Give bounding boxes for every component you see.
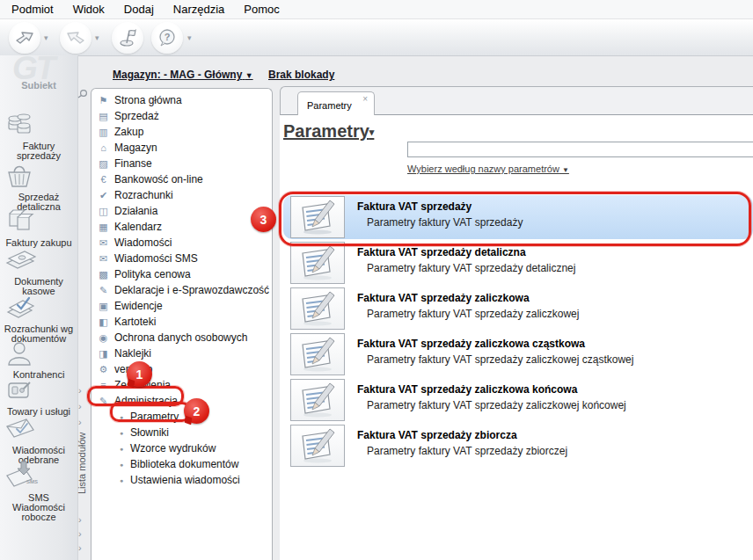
- tree-item-parametry[interactable]: ●Parametry: [91, 409, 272, 425]
- parameter-item-faktura-vat-sprzedazy-zaliczkowa[interactable]: Faktura VAT sprzedaży zaliczkowa Paramet…: [290, 287, 753, 331]
- warehouse-icon: ⌂: [97, 142, 110, 153]
- sales-invoices-icon: [0, 110, 77, 142]
- tree-item-dzialania[interactable]: ◫Działania: [91, 203, 272, 219]
- parameter-subtitle: Parametry faktury VAT sprzedaży zaliczko…: [367, 399, 626, 411]
- parameter-search-input[interactable]: [407, 142, 753, 157]
- tree-item-deklaracje[interactable]: ✎Deklaracje i e-Sprawozdawczość: [91, 282, 272, 298]
- help-dropdown-caret[interactable]: ▾: [187, 33, 192, 42]
- parameter-document-icon: [290, 333, 345, 375]
- chevron-right-icon[interactable]: ›: [78, 401, 82, 411]
- goods-and-services-icon: [0, 375, 77, 407]
- tree-item-wiadomosci-sms[interactable]: ✉Wiadomości SMS: [91, 251, 272, 266]
- menu-pomoc[interactable]: Pomoc: [234, 1, 289, 18]
- tree-item-label: Słowniki: [130, 426, 169, 439]
- tree-item-wzorce-wydrukow[interactable]: ●Wzorce wydruków: [91, 440, 272, 456]
- records-icon: ▣: [97, 301, 110, 312]
- tree-item-label: Rozrachunki: [114, 189, 173, 201]
- tree-item-label: Ewidencje: [114, 300, 163, 312]
- filter-by-name-link[interactable]: Wybierz według nazwy parametrów ▼: [407, 164, 569, 174]
- online-banking-icon: €: [97, 174, 110, 185]
- back-arrow-icon: [14, 29, 35, 47]
- administration-icon: ✎: [97, 396, 110, 407]
- parameter-item-faktura-vat-sprzedazy-zaliczkowa-koncowa[interactable]: Faktura VAT sprzedaży zaliczkowa końcowa…: [290, 378, 753, 422]
- app-name: Subiekt: [0, 80, 77, 91]
- reports-icon: ≡: [97, 380, 110, 390]
- tree-item-kartoteki[interactable]: ◧Kartoteki: [91, 314, 272, 330]
- lock-status-link[interactable]: Brak blokady: [268, 69, 334, 81]
- tree-item-wiadomosci[interactable]: ✉Wiadomości: [91, 235, 272, 251]
- calendar-icon: ▦: [97, 222, 110, 233]
- tree-item-zestawienia[interactable]: ≡Zestawienia: [91, 377, 272, 393]
- parameter-item-faktura-vat-sprzedazy-zbiorcza[interactable]: Faktura VAT sprzedaży zbiorcza Parametry…: [290, 424, 753, 468]
- module-rozrachunki-wg-dokumentow[interactable]: Rozrachunki wg dokumentów: [0, 291, 77, 344]
- chevron-right-icon[interactable]: ›: [78, 417, 82, 427]
- forward-button[interactable]: [60, 22, 91, 54]
- chevron-right-icon[interactable]: ›: [78, 514, 82, 525]
- module-sprzedaz-detaliczna[interactable]: Sprzedaż detaliczna: [0, 159, 77, 212]
- chevron-right-icon[interactable]: ›: [78, 542, 82, 553]
- tab-close-icon[interactable]: ×: [362, 94, 368, 104]
- declarations-icon: ✎: [97, 285, 110, 296]
- module-label: Faktury sprzedaży: [0, 142, 77, 161]
- tree-item-finanse[interactable]: ▨Finanse: [91, 156, 272, 171]
- vendero-icon: ⚙: [97, 364, 110, 375]
- bullet-icon: ●: [120, 446, 130, 452]
- tree-item-bankowosc-on-line[interactable]: €Bankowość on-line: [91, 171, 272, 187]
- card-files-icon: ◧: [97, 316, 110, 328]
- tree-item-strona-glowna[interactable]: ⚑Strona główna: [91, 92, 272, 108]
- tree-item-kalendarz[interactable]: ▦Kalendarz: [91, 219, 272, 235]
- module-sms-wiadomosci-robocze[interactable]: SMS SMS Wiadomości robocze: [0, 460, 77, 522]
- tree-item-magazyn[interactable]: ⌂Magazyn: [91, 140, 272, 156]
- personal-data-protection-icon: ◉: [97, 332, 110, 344]
- module-label: SMS Wiadomości robocze: [0, 493, 77, 522]
- menu-podmiot[interactable]: Podmiot: [2, 1, 63, 18]
- tree-item-ochrona-danych[interactable]: ◉Ochrona danych osobowych: [91, 330, 272, 345]
- tree-item-label: Biblioteka dokumentów: [130, 458, 238, 470]
- flag-icon: [118, 28, 137, 47]
- tree-item-rozrachunki[interactable]: ✔Rozrachunki: [91, 187, 272, 203]
- tree-item-naklejki[interactable]: ◨Naklejki: [91, 345, 272, 361]
- chevron-right-icon[interactable]: ›: [78, 528, 82, 539]
- module-faktury-sprzedazy[interactable]: Faktury sprzedaży: [0, 110, 77, 161]
- tab-parametry[interactable]: Parametry ×: [297, 91, 375, 117]
- finance-icon: ▨: [97, 158, 110, 170]
- tree-item-ewidencje[interactable]: ▣Ewidencje: [91, 298, 272, 314]
- tree-item-polityka-cenowa[interactable]: ▩Polityka cenowa: [91, 266, 272, 282]
- tree-item-label: Deklaracje i e-Sprawozdawczość: [114, 284, 269, 296]
- module-faktury-zakupu[interactable]: Faktury zakupu: [0, 207, 77, 248]
- tree-item-slowniki[interactable]: ●Słowniki: [91, 425, 272, 440]
- parameter-subtitle: Parametry faktury VAT sprzedaży: [367, 216, 523, 229]
- pin-icon[interactable]: [77, 89, 88, 99]
- module-sidebar: GT Subiekt Faktury sprzedaży: [0, 55, 78, 560]
- module-kontrahenci[interactable]: Kontrahenci: [0, 338, 77, 380]
- forward-arrow-icon: [65, 29, 86, 47]
- menu-widok[interactable]: Widok: [63, 1, 114, 18]
- parameter-title: Faktura VAT sprzedaży detaliczna: [357, 246, 526, 258]
- flag-button[interactable]: [112, 22, 143, 54]
- module-wiadomosci-odebrane[interactable]: Wiadomości odebrane: [0, 412, 77, 465]
- tree-item-vendero[interactable]: ⚙vendero: [91, 361, 272, 377]
- parameter-item-faktura-vat-sprzedazy[interactable]: Faktura VAT sprzedaży Parametry faktury …: [283, 195, 753, 239]
- tree-item-sprzedaz[interactable]: ▤Sprzedaż: [91, 108, 272, 124]
- forward-dropdown-caret[interactable]: ▾: [95, 33, 99, 42]
- tree-item-label: Wiadomości: [114, 236, 172, 249]
- tree-item-zakup[interactable]: ▥Zakup: [91, 124, 272, 140]
- module-towary-i-uslugi[interactable]: Towary i usługi: [0, 375, 77, 417]
- tree-item-ustawienia-wiadomosci[interactable]: ●Ustawienia wiadomości: [91, 472, 272, 488]
- sms-drafts-icon: SMS: [0, 460, 77, 493]
- menu-dodaj[interactable]: Dodaj: [114, 1, 164, 18]
- module-dokumenty-kasowe[interactable]: Dokumenty kasowe: [0, 244, 77, 296]
- tree-item-administracja[interactable]: ✎Administracja: [91, 393, 272, 409]
- settlements-icon: ✔: [97, 190, 110, 201]
- help-button[interactable]: ?: [151, 22, 183, 54]
- parameter-item-faktura-vat-sprzedazy-detaliczna[interactable]: Faktura VAT sprzedaży detaliczna Paramet…: [290, 241, 753, 285]
- menu-narzedzia[interactable]: Narzędzia: [164, 1, 235, 18]
- page-title-dropdown[interactable]: Parametry▾: [283, 121, 374, 142]
- warehouse-selector[interactable]: Magazyn: - MAG - Główny ▼: [113, 69, 253, 81]
- back-dropdown-caret[interactable]: ▾: [44, 33, 48, 42]
- parameter-item-faktura-vat-sprzedazy-zaliczkowa-czastkowa[interactable]: Faktura VAT sprzedaży zaliczkowa cząstko…: [290, 332, 753, 376]
- parameter-document-icon: [290, 287, 345, 330]
- back-button[interactable]: [9, 22, 40, 54]
- chevron-right-icon[interactable]: ›: [78, 385, 82, 396]
- tree-item-biblioteka-dokumentow[interactable]: ●Biblioteka dokumentów: [91, 456, 272, 472]
